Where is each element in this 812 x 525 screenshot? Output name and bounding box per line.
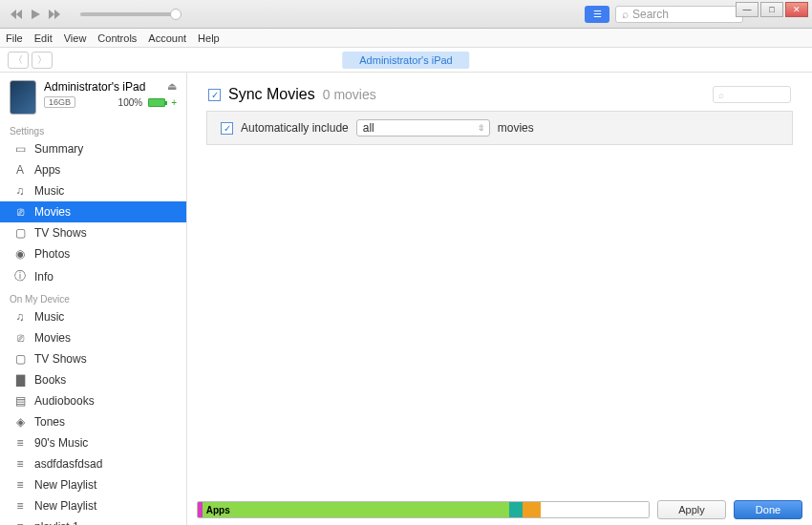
volume-slider[interactable] <box>80 12 176 16</box>
music-icon: ♫ <box>13 184 27 198</box>
playlist-icon: ≡ <box>13 478 27 492</box>
summary-icon: ▭ <box>13 142 27 156</box>
sidebar-item-label: Movies <box>34 205 71 219</box>
sidebar-item-label: Info <box>34 270 53 284</box>
list-view-button[interactable]: ☰ <box>585 6 609 23</box>
sidebar-item-label: Music <box>34 310 64 324</box>
photos-icon: ◉ <box>13 247 27 261</box>
menu-controls[interactable]: Controls <box>97 32 137 44</box>
battery-icon <box>148 98 165 107</box>
maximize-button[interactable]: □ <box>760 2 783 17</box>
movies-icon: ⎚ <box>13 331 27 345</box>
breadcrumb[interactable]: Administrator's iPad <box>342 52 469 69</box>
ondevice-item[interactable]: ≡playlist 1 <box>0 516 186 525</box>
ondevice-item[interactable]: ▇Books <box>0 369 186 390</box>
window-controls: — □ ✕ <box>736 2 808 17</box>
play-button[interactable] <box>27 6 44 23</box>
sidebar-item-label: Summary <box>34 142 83 156</box>
auto-include-suffix: movies <box>498 121 534 135</box>
info-icon: ⓘ <box>13 268 27 284</box>
back-button[interactable]: 〈 <box>8 52 29 69</box>
search-input[interactable]: ⌕ Search <box>615 6 743 23</box>
menu-file[interactable]: File <box>6 32 23 44</box>
playlist-icon: ≡ <box>13 520 27 525</box>
playlist-icon: ≡ <box>13 499 27 513</box>
main-pane: ✓ Sync Movies 0 movies ⌕ ✓ Automatically… <box>187 73 812 525</box>
ondevice-item[interactable]: ≡New Playlist <box>0 474 186 495</box>
sidebar-item-apps[interactable]: AApps <box>0 159 186 180</box>
usage-seg-free <box>541 502 649 517</box>
apply-button[interactable]: Apply <box>657 500 726 519</box>
tvshows-icon: ▢ <box>13 352 27 366</box>
page-title: Sync Movies <box>228 86 315 103</box>
next-button[interactable] <box>46 6 63 23</box>
ondevice-item[interactable]: ▢TV Shows <box>0 348 186 369</box>
sidebar-item-label: Tones <box>34 415 65 429</box>
auto-include-select[interactable]: all <box>356 119 490 136</box>
sidebar-item-info[interactable]: ⓘInfo <box>0 264 186 288</box>
playback-controls <box>8 6 63 23</box>
usage-seg-orange <box>523 502 541 517</box>
minimize-button[interactable]: — <box>736 2 759 17</box>
audiobooks-icon: ▤ <box>13 394 27 408</box>
sidebar-item-label: New Playlist <box>34 499 96 513</box>
close-button[interactable]: ✕ <box>785 2 808 17</box>
tones-icon: ◈ <box>13 415 27 429</box>
sidebar-item-music[interactable]: ♫Music <box>0 180 186 201</box>
apps-icon: A <box>13 163 27 177</box>
done-button[interactable]: Done <box>734 500 802 519</box>
menu-help[interactable]: Help <box>198 32 220 44</box>
sidebar-item-label: TV Shows <box>34 352 87 366</box>
sidebar-item-label: Movies <box>34 331 71 345</box>
usage-seg-teal <box>509 502 523 517</box>
books-icon: ▇ <box>13 373 27 387</box>
music-icon: ♫ <box>13 310 27 324</box>
device-name: Administrator's iPad <box>44 80 177 94</box>
sidebar-item-label: asdfdasfdsad <box>34 457 102 471</box>
menu-edit[interactable]: Edit <box>34 32 53 44</box>
ondevice-item[interactable]: ≡90's Music <box>0 432 186 453</box>
auto-include-label: Automatically include <box>241 121 349 135</box>
sidebar-item-movies[interactable]: ⎚Movies <box>0 201 186 222</box>
auto-include-checkbox[interactable]: ✓ <box>221 122 233 135</box>
tvshows-icon: ▢ <box>13 226 27 240</box>
usage-seg-apps: Apps <box>203 502 509 517</box>
search-icon: ⌕ <box>622 8 629 21</box>
eject-button[interactable]: ⏏ <box>167 80 177 93</box>
footer: Apps Apply Done <box>187 494 812 525</box>
device-header: Administrator's iPad 16GB 100% + ⏏ <box>0 73 186 120</box>
sidebar-item-label: TV Shows <box>34 226 87 240</box>
movies-count: 0 movies <box>323 87 376 102</box>
sidebar-item-label: Apps <box>34 163 60 177</box>
menu-account[interactable]: Account <box>148 32 186 44</box>
sidebar-item-photos[interactable]: ◉Photos <box>0 243 186 264</box>
title-bar: ☰ ⌕ Search — □ ✕ <box>0 0 812 29</box>
ondevice-item[interactable]: ♫Music <box>0 306 186 327</box>
sidebar-item-label: Books <box>34 373 66 387</box>
sync-movies-checkbox[interactable]: ✓ <box>208 89 221 101</box>
forward-button[interactable]: 〉 <box>32 52 53 69</box>
playlist-icon: ≡ <box>13 457 27 471</box>
volume-thumb[interactable] <box>170 9 182 20</box>
device-capacity: 16GB <box>44 96 75 108</box>
charging-icon: + <box>171 97 177 108</box>
movies-icon: ⎚ <box>13 205 27 219</box>
ondevice-item[interactable]: ⎚Movies <box>0 327 186 348</box>
menu-view[interactable]: View <box>64 32 87 44</box>
ondevice-item[interactable]: ◈Tones <box>0 411 186 432</box>
sidebar-item-summary[interactable]: ▭Summary <box>0 138 186 159</box>
sidebar: Administrator's iPad 16GB 100% + ⏏ Setti… <box>0 73 187 525</box>
filter-input[interactable]: ⌕ <box>713 86 791 103</box>
ondevice-item[interactable]: ≡New Playlist <box>0 495 186 516</box>
ondevice-item[interactable]: ≡asdfdasfdsad <box>0 453 186 474</box>
prev-button[interactable] <box>8 6 25 23</box>
auto-include-row: ✓ Automatically include all movies <box>206 111 793 145</box>
ondevice-item[interactable]: ▤Audiobooks <box>0 390 186 411</box>
section-settings-header: Settings <box>0 120 186 138</box>
sidebar-item-label: Audiobooks <box>34 394 95 408</box>
sidebar-item-tv-shows[interactable]: ▢TV Shows <box>0 222 186 243</box>
sidebar-item-label: New Playlist <box>34 478 96 492</box>
sidebar-item-label: Photos <box>34 247 70 261</box>
sidebar-item-label: Music <box>34 184 64 198</box>
search-placeholder: Search <box>632 8 669 21</box>
